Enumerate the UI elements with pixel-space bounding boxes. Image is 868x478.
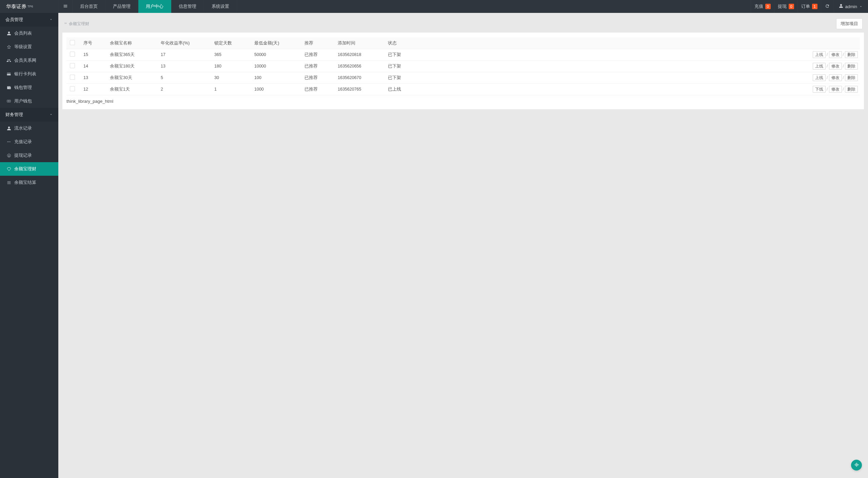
topnav-item-system[interactable]: 系统设置 <box>204 0 237 13</box>
cell-status: 已下架 <box>384 60 418 72</box>
table-row: 15余额宝365天1736550000已推荐1635620818已下架上线/修改… <box>66 49 860 60</box>
sidebar-item-level-set[interactable]: 等级设置 <box>0 40 58 54</box>
row-checkbox[interactable] <box>70 63 75 68</box>
sidebar-item-label: 余额宝结算 <box>14 180 36 186</box>
order-label: 订单 <box>801 3 810 9</box>
sidebar-item-flow-record[interactable]: 流水记录 <box>0 121 58 135</box>
cell-status: 已下架 <box>384 49 418 60</box>
cell-min: 10000 <box>251 60 301 72</box>
money-icon <box>6 99 12 103</box>
select-all-checkbox[interactable] <box>70 40 75 45</box>
sidebar-toggle[interactable] <box>58 0 73 13</box>
cell-rate: 17 <box>157 49 211 60</box>
sidebar-group-title[interactable]: 财务管理 <box>0 108 58 121</box>
row-toggle-button[interactable]: 上线 <box>813 63 826 70</box>
sidebar-group-title[interactable]: 会员管理 <box>0 13 58 26</box>
topnav-item-user[interactable]: 用户中心 <box>138 0 171 13</box>
wallet-icon <box>6 85 12 90</box>
list-icon <box>6 180 12 185</box>
chevron-up-icon <box>859 4 863 9</box>
cell-name: 余额宝365天 <box>106 49 157 60</box>
row-checkbox[interactable] <box>70 86 75 91</box>
star-icon <box>6 45 12 49</box>
sidebar-item-label: 用户钱包 <box>14 98 32 104</box>
row-edit-button[interactable]: 修改 <box>829 86 842 93</box>
row-edit-button[interactable]: 修改 <box>829 63 842 70</box>
sidebar-item-label: 等级设置 <box>14 44 32 50</box>
refresh-icon <box>825 4 830 9</box>
refresh-button[interactable] <box>821 0 834 13</box>
dots-icon <box>6 140 12 144</box>
cell-id: 13 <box>80 72 106 83</box>
top-nav: 后台首页产品管理用户中心信息管理系统设置 <box>73 0 237 13</box>
top-action-recharge[interactable]: 充值 0 <box>751 0 774 13</box>
cell-time: 1635620765 <box>334 83 384 95</box>
row-toggle-button[interactable]: 下线 <box>813 86 826 93</box>
row-toggle-button[interactable]: 上线 <box>813 51 826 58</box>
breadcrumb-text: 余额宝理财 <box>69 21 89 27</box>
brand: 华泰证券 TP6 <box>0 0 58 13</box>
data-panel: 序号 余额宝名称 年化收益率(%) 锁定天数 最低金额(天) 推荐 添加时间 状… <box>62 33 864 109</box>
cell-rate: 2 <box>157 83 211 95</box>
th-rate: 年化收益率(%) <box>157 37 211 49</box>
cell-name: 余额宝180天 <box>106 60 157 72</box>
row-checkbox[interactable] <box>70 75 75 80</box>
recharge-label: 充值 <box>754 3 763 9</box>
cell-lock: 30 <box>211 72 251 83</box>
user-icon <box>839 4 843 9</box>
sidebar-item-bankcard-list[interactable]: 银行卡列表 <box>0 67 58 81</box>
cell-time: 1635620670 <box>334 72 384 83</box>
topnav-item-product[interactable]: 产品管理 <box>105 0 138 13</box>
cell-id: 15 <box>80 49 106 60</box>
sidebar-item-relation-net[interactable]: 会员关系网 <box>0 54 58 67</box>
cell-time: 1635620818 <box>334 49 384 60</box>
sidebar-item-wallet-manage[interactable]: 钱包管理 <box>0 81 58 94</box>
topnav-item-info[interactable]: 信息管理 <box>171 0 204 13</box>
cell-status: 已上线 <box>384 83 418 95</box>
sidebar-item-label: 流水记录 <box>14 126 32 131</box>
row-delete-button[interactable]: 删除 <box>845 86 858 93</box>
row-delete-button[interactable]: 删除 <box>845 63 858 70</box>
user-icon <box>6 126 12 131</box>
svg-point-0 <box>7 141 8 142</box>
chevron-down-icon <box>49 112 53 117</box>
top-action-order[interactable]: 订单 1 <box>797 0 821 13</box>
row-delete-button[interactable]: 删除 <box>845 51 858 58</box>
cell-time: 1635620656 <box>334 60 384 72</box>
sidebar-item-user-wallet[interactable]: 用户钱包 <box>0 94 58 108</box>
cell-min: 50000 <box>251 49 301 60</box>
sidebar-item-member-list[interactable]: 会员列表 <box>0 26 58 40</box>
table-row: 14余额宝180天1318010000已推荐1635620656已下架上线/修改… <box>66 60 860 72</box>
sidebar-item-recharge-record[interactable]: 充值记录 <box>0 135 58 149</box>
row-toggle-button[interactable]: 上线 <box>813 74 826 81</box>
topbar: 华泰证券 TP6 后台首页产品管理用户中心信息管理系统设置 充值 0 提现 0 … <box>0 0 868 13</box>
withdraw-count-badge: 0 <box>789 4 794 9</box>
user-menu[interactable]: admin <box>834 0 868 13</box>
table-row: 12余额宝1天211000已推荐1635620765已上线下线/修改/删除 <box>66 83 860 95</box>
sidebar-item-yuebao-settle[interactable]: 余额宝结算 <box>0 176 58 189</box>
order-count-badge: 1 <box>812 4 817 9</box>
row-edit-button[interactable]: 修改 <box>829 74 842 81</box>
user-name: admin <box>845 4 857 9</box>
sidebar: 会员管理会员列表等级设置会员关系网银行卡列表钱包管理用户钱包财务管理流水记录充值… <box>0 13 58 478</box>
table-row: 13余额宝30天530100已推荐1635620670已下架上线/修改/删除 <box>66 72 860 83</box>
topnav-item-home[interactable]: 后台首页 <box>73 0 105 13</box>
users-icon <box>6 58 12 63</box>
top-action-withdraw[interactable]: 提现 0 <box>774 0 797 13</box>
add-item-button[interactable]: 增加项目 <box>836 18 863 29</box>
breadcrumb-chevrons-icon <box>64 21 67 26</box>
cell-rec: 已推荐 <box>301 60 334 72</box>
th-rec: 推荐 <box>301 37 334 49</box>
row-delete-button[interactable]: 删除 <box>845 74 858 81</box>
cell-status: 已下架 <box>384 72 418 83</box>
main: 余额宝理财 增加项目 序号 <box>58 13 868 478</box>
row-checkbox[interactable] <box>70 52 75 57</box>
row-edit-button[interactable]: 修改 <box>829 51 842 58</box>
sidebar-item-label: 钱包管理 <box>14 85 32 91</box>
breadcrumb: 余额宝理财 <box>64 21 89 27</box>
cell-name: 余额宝30天 <box>106 72 157 83</box>
sidebar-item-yuebao-product[interactable]: 余额宝理财 <box>0 162 58 176</box>
sidebar-item-withdraw-record[interactable]: 提现记录 <box>0 149 58 162</box>
float-assist-button[interactable] <box>851 460 862 471</box>
table-header-row: 序号 余额宝名称 年化收益率(%) 锁定天数 最低金额(天) 推荐 添加时间 状… <box>66 37 860 49</box>
